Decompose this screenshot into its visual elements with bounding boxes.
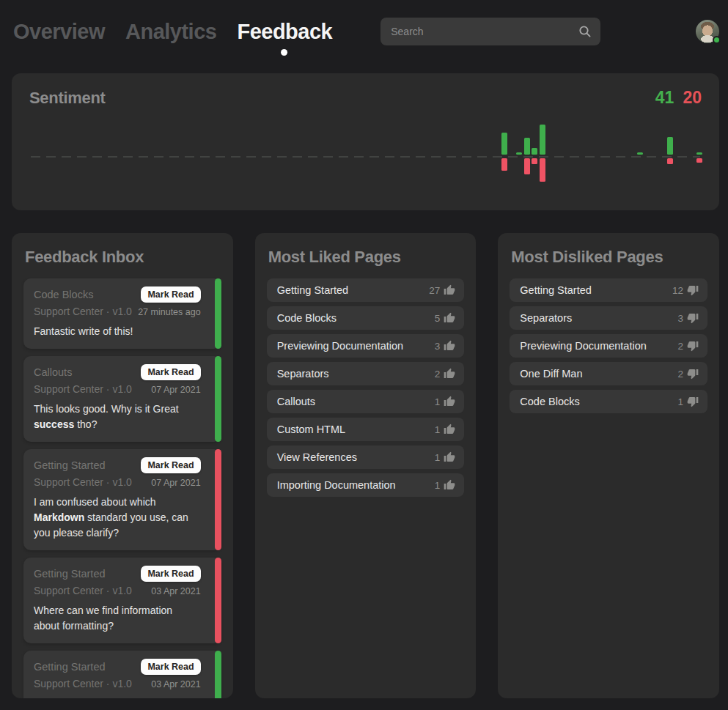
most-liked-title: Most Liked Pages xyxy=(268,248,465,267)
feedback-card-row2: Support Center · v1.003 Apr 2021 xyxy=(34,582,201,596)
thumbs-down-icon xyxy=(687,396,699,407)
thumbs-up-icon xyxy=(444,424,455,435)
sentiment-totals: 41 20 xyxy=(655,88,702,108)
chart-bar-down-0 xyxy=(501,158,507,171)
top-bar: Overview Analytics Feedback xyxy=(0,0,728,73)
chart-bar-up-7 xyxy=(696,152,702,155)
sentiment-card: Sentiment 41 20 xyxy=(12,73,719,210)
chart-baseline xyxy=(31,156,700,158)
feedback-card-row2: Support Center · v1.007 Apr 2021 xyxy=(34,380,201,395)
most-liked-row[interactable]: View References1 xyxy=(267,445,465,469)
dislike-count: 12 xyxy=(672,285,683,296)
dashboard-columns: Feedback Inbox Code BlocksMark ReadSuppo… xyxy=(12,233,719,698)
most-liked-row[interactable]: Custom HTML1 xyxy=(267,418,465,441)
feedback-card-row1: Getting StartedMark Read xyxy=(34,566,201,582)
most-disliked-title: Most Disliked Pages xyxy=(511,248,707,267)
thumbs-down-icon xyxy=(687,368,699,380)
page-name: Importing Documentation xyxy=(277,479,396,491)
feedback-body-text: Where can we find information about form… xyxy=(34,603,201,634)
page-name: Separators xyxy=(277,368,329,380)
most-liked-row[interactable]: Callouts1 xyxy=(267,390,465,413)
mark-read-button[interactable]: Mark Read xyxy=(141,286,200,303)
feedback-body-text: Sweet! xyxy=(34,696,201,698)
page-name: Code Blocks xyxy=(277,312,337,324)
search-box xyxy=(380,18,600,45)
feedback-card-row1: Getting StartedMark Read xyxy=(34,659,201,675)
mark-read-button[interactable]: Mark Read xyxy=(141,457,200,473)
like-count: 1 xyxy=(435,424,441,435)
feedback-timestamp: 07 Apr 2021 xyxy=(151,385,200,395)
tab-overview[interactable]: Overview xyxy=(13,20,105,44)
thumbs-up-icon xyxy=(444,340,455,352)
feedback-inbox-panel: Feedback Inbox Code BlocksMark ReadSuppo… xyxy=(12,233,233,698)
feedback-body-text: This looks good. Why is it Great success… xyxy=(34,402,201,432)
most-liked-row[interactable]: Getting Started27 xyxy=(267,278,465,302)
page-name: Code Blocks xyxy=(520,396,579,407)
feedback-card-row2: Support Center · v1.007 Apr 2021 xyxy=(34,473,201,488)
active-tab-indicator xyxy=(281,49,287,56)
feedback-source: Support Center · v1.0 xyxy=(34,306,132,317)
feedback-source: Support Center · v1.0 xyxy=(34,476,132,488)
chart-bar-up-2 xyxy=(524,138,530,155)
most-disliked-panel: Most Disliked Pages Getting Started12Sep… xyxy=(498,233,719,698)
most-disliked-row[interactable]: Previewing Documentation2 xyxy=(510,334,707,358)
tab-analytics[interactable]: Analytics xyxy=(125,20,216,44)
thumbs-down-icon xyxy=(687,340,699,352)
feedback-card-row1: Code BlocksMark Read xyxy=(34,286,201,303)
like-count: 2 xyxy=(435,369,441,380)
feedback-inbox-list: Code BlocksMark ReadSupport Center · v1.… xyxy=(23,278,221,698)
dislike-count: 1 xyxy=(677,396,683,407)
tab-feedback[interactable]: Feedback xyxy=(237,20,332,44)
thumbs-up-icon xyxy=(444,368,455,380)
most-liked-row[interactable]: Code Blocks5 xyxy=(267,306,465,330)
mark-read-button[interactable]: Mark Read xyxy=(141,364,200,380)
search-input[interactable] xyxy=(380,18,600,45)
most-liked-row[interactable]: Separators2 xyxy=(267,362,465,385)
most-disliked-row[interactable]: Getting Started12 xyxy=(510,278,707,302)
tab-feedback-label: Feedback xyxy=(237,20,332,43)
page-name: Custom HTML xyxy=(277,424,345,435)
chart-bar-up-5 xyxy=(637,152,643,155)
thumbs-down-icon xyxy=(687,284,699,296)
feedback-card: Code BlocksMark ReadSupport Center · v1.… xyxy=(23,278,221,349)
thumbs-up-icon xyxy=(444,284,455,296)
like-count: 27 xyxy=(429,285,440,296)
feedback-card-row1: Getting StartedMark Read xyxy=(34,457,201,473)
most-disliked-row[interactable]: Code Blocks1 xyxy=(510,390,707,413)
most-liked-row[interactable]: Previewing Documentation3 xyxy=(267,334,465,358)
page-name: One Diff Man xyxy=(520,368,582,380)
like-count: 1 xyxy=(435,452,441,463)
feedback-body-text: I am confused about which Markdown stand… xyxy=(34,495,201,541)
page-name: Getting Started xyxy=(277,284,349,296)
page-name: Previewing Documentation xyxy=(277,340,403,352)
most-disliked-row[interactable]: Separators3 xyxy=(510,306,707,330)
chart-bar-up-0 xyxy=(501,133,507,155)
green-sentiment-ribbon xyxy=(215,651,221,698)
feedback-page-name: Getting Started xyxy=(34,661,106,673)
thumbs-up-icon xyxy=(444,451,455,463)
feedback-card-row2: Support Center · v1.027 minutes ago xyxy=(34,303,201,317)
chart-bar-down-7 xyxy=(696,158,702,163)
mark-read-button[interactable]: Mark Read xyxy=(141,566,200,582)
green-sentiment-ribbon xyxy=(215,278,221,349)
chart-bar-up-1 xyxy=(516,152,522,155)
user-menu[interactable] xyxy=(696,20,719,43)
chart-bar-up-4 xyxy=(540,125,545,155)
most-disliked-row[interactable]: One Diff Man2 xyxy=(510,362,707,385)
search-icon[interactable] xyxy=(578,24,592,42)
thumbs-up-icon xyxy=(444,396,455,407)
feedback-card-row2: Support Center · v1.003 Apr 2021 xyxy=(34,675,201,689)
mark-read-button[interactable]: Mark Read xyxy=(141,659,200,675)
dislikes-total: 20 xyxy=(683,88,702,108)
chart-bar-up-6 xyxy=(667,137,673,155)
dislike-count: 3 xyxy=(677,313,683,324)
page-name: Callouts xyxy=(277,396,315,407)
most-liked-panel: Most Liked Pages Getting Started27Code B… xyxy=(255,233,477,698)
feedback-page-name: Callouts xyxy=(34,366,72,378)
like-count: 1 xyxy=(435,396,441,407)
likes-total: 41 xyxy=(655,88,674,108)
dislike-count: 2 xyxy=(677,341,683,352)
dislike-count: 2 xyxy=(677,369,683,380)
page-name: View References xyxy=(277,451,357,463)
most-liked-row[interactable]: Importing Documentation1 xyxy=(267,473,465,497)
